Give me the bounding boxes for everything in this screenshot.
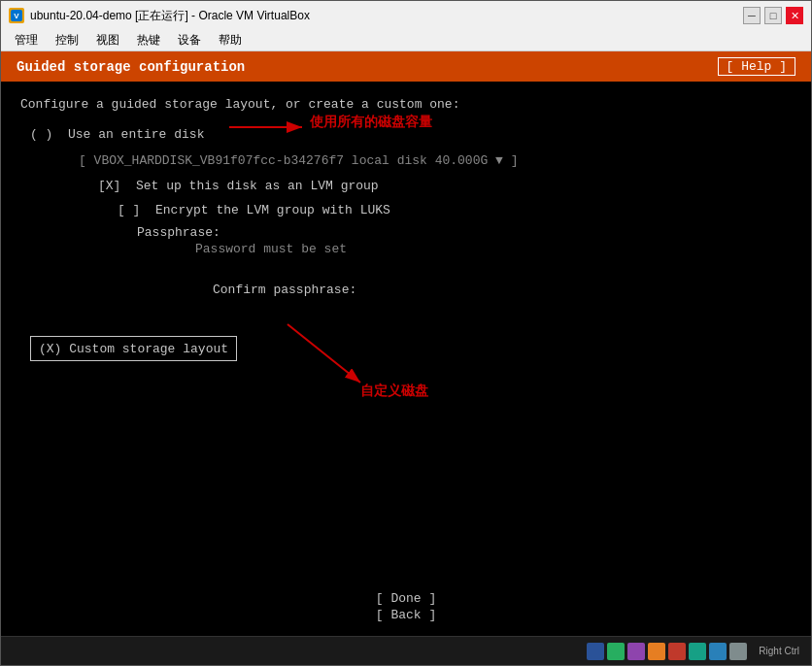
- annotation-custom: 自定义磁盘: [360, 383, 428, 400]
- custom-storage-label: (X) Custom storage layout: [39, 342, 228, 356]
- lvm-option[interactable]: [X] Set up this disk as an LVM group: [98, 177, 792, 197]
- title-bar: V ubuntu-20.04-demo [正在运行] - Oracle VM V…: [1, 1, 811, 30]
- taskbar-icon-5: [668, 643, 686, 660]
- menu-view[interactable]: 视图: [88, 30, 127, 50]
- passphrase-label: Passphrase:: [137, 225, 220, 240]
- footer-buttons: [ Done ] [ Back ]: [376, 591, 436, 622]
- taskbar-icon-7: [709, 643, 727, 660]
- menu-hotkey[interactable]: 热键: [129, 30, 168, 50]
- luks-option[interactable]: [ ] Encrypt the LVM group with LUKS: [118, 201, 792, 221]
- description-text: Configure a guided storage layout, or cr…: [20, 95, 792, 116]
- status-icons: [587, 643, 747, 660]
- minimize-button[interactable]: ─: [743, 7, 761, 24]
- menu-manage[interactable]: 管理: [7, 30, 46, 50]
- taskbar-icon-3: [627, 643, 645, 660]
- status-bar: Right Ctrl: [1, 636, 811, 665]
- confirm-passphrase-row: Confirm passphrase:: [137, 260, 792, 320]
- taskbar-icon-1: [587, 643, 604, 660]
- done-button[interactable]: [ Done ]: [376, 591, 436, 606]
- header-bar: Guided storage configuration [ Help ]: [1, 51, 811, 82]
- title-bar-left: V ubuntu-20.04-demo [正在运行] - Oracle VM V…: [9, 8, 310, 24]
- svg-text:V: V: [14, 12, 19, 20]
- taskbar-icon-6: [689, 643, 706, 660]
- passphrase-hint: Password must be set: [195, 242, 347, 256]
- custom-storage-option[interactable]: (X) Custom storage layout: [30, 336, 237, 361]
- passphrase-row: Passphrase:: [137, 225, 792, 240]
- page-title: Guided storage configuration: [17, 59, 245, 75]
- terminal[interactable]: Guided storage configuration [ Help ] Co…: [1, 51, 811, 636]
- taskbar-icon-8: [729, 643, 747, 660]
- window-controls: ─ □ ✕: [743, 7, 803, 24]
- disk-selector[interactable]: [ VBOX_HARDDISK_VB91f07fcc-b34276f7 loca…: [79, 151, 792, 172]
- content-area: Configure a guided storage layout, or cr…: [1, 82, 811, 636]
- right-ctrl-label: Right Ctrl: [759, 646, 799, 656]
- passphrase-hint-row: Password must be set: [195, 242, 792, 256]
- help-button[interactable]: [ Help ]: [718, 57, 795, 76]
- use-entire-disk-option[interactable]: ( ) Use an entire disk: [30, 125, 792, 146]
- virtualbox-icon: V: [9, 8, 24, 23]
- maximize-button[interactable]: □: [764, 7, 782, 24]
- back-button[interactable]: [ Back ]: [376, 608, 436, 622]
- taskbar-icon-2: [607, 643, 625, 660]
- menu-bar: 管理 控制 视图 热键 设备 帮助: [1, 30, 811, 51]
- close-button[interactable]: ✕: [786, 7, 803, 24]
- menu-help[interactable]: 帮助: [211, 30, 250, 50]
- menu-control[interactable]: 控制: [48, 30, 86, 50]
- vm-screen: Guided storage configuration [ Help ] Co…: [1, 51, 811, 665]
- taskbar-icon-4: [648, 643, 665, 660]
- window-title: ubuntu-20.04-demo [正在运行] - Oracle VM Vir…: [30, 8, 310, 24]
- confirm-passphrase-label: Confirm passphrase:: [213, 283, 356, 297]
- window-frame: V ubuntu-20.04-demo [正在运行] - Oracle VM V…: [0, 0, 812, 666]
- menu-devices[interactable]: 设备: [170, 30, 209, 50]
- svg-line-4: [288, 324, 360, 383]
